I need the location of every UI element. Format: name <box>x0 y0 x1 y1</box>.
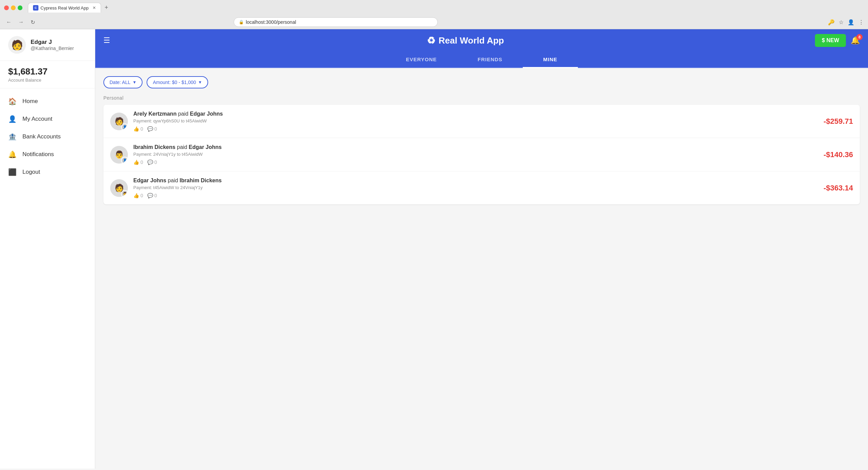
transaction-info: Edgar Johns paid Ibrahim Dickens Payment… <box>133 178 818 198</box>
amount-filter-label: Amount: $0 - $1,000 <box>153 80 196 85</box>
new-tab-button[interactable]: + <box>101 3 112 13</box>
date-filter-button[interactable]: Date: ALL ▼ <box>103 76 143 88</box>
like-button[interactable]: 👍 0 <box>133 160 143 165</box>
home-icon: 🏠 <box>8 97 16 105</box>
close-dot[interactable] <box>4 5 9 10</box>
avatar: 🧑 <box>8 36 26 54</box>
like-button[interactable]: 👍 0 <box>133 193 143 198</box>
browser-titlebar: C Cypress Real World App ✕ + <box>0 0 868 15</box>
app-container: 🧑 Edgar J @Katharina_Bernier $1,681.37 A… <box>0 29 868 469</box>
avatar-image: 🧑 <box>11 39 23 51</box>
new-transaction-button[interactable]: $ NEW <box>815 34 846 47</box>
browser-actions: 🔑 ☆ 👤 ⋮ <box>828 19 864 26</box>
chevron-down-icon: ▼ <box>198 80 202 85</box>
profile-username: @Katharina_Bernier <box>31 46 74 51</box>
transaction-avatar: 🧑 👨 <box>110 179 128 197</box>
transaction-avatar: 🧑 👤 <box>110 113 128 130</box>
sidebar-item-notifications[interactable]: 🔔 Notifications <box>0 146 95 163</box>
amount-filter-button[interactable]: Amount: $0 - $1,000 ▼ <box>147 76 208 88</box>
address-bar[interactable]: 🔒 localhost:3000/personal <box>234 17 438 27</box>
tab-title: Cypress Real World App <box>40 5 88 11</box>
header-actions: $ NEW 🔔 8 <box>815 34 860 47</box>
content-area[interactable]: Date: ALL ▼ Amount: $0 - $1,000 ▼ Person… <box>95 68 868 469</box>
table-row[interactable]: 👨 👤 Ibrahim Dickens paid Edgar Johns Pay… <box>103 138 860 171</box>
tab-close-button[interactable]: ✕ <box>93 5 96 10</box>
sidebar-item-my-account[interactable]: 👤 My Account <box>0 110 95 128</box>
transaction-info: Arely Kertzmann paid Edgar Johns Payment… <box>133 111 818 132</box>
date-filter-label: Date: ALL <box>110 80 131 85</box>
sidebar-item-label: Home <box>22 98 38 105</box>
transactions-list: 🧑 👤 Arely Kertzmann paid Edgar Johns Pay… <box>103 105 860 204</box>
sidebar-balance: $1,681.37 Account Balance <box>0 61 95 88</box>
transaction-sender: Edgar Johns <box>133 178 166 183</box>
section-label: Personal <box>103 95 860 101</box>
transaction-actions: 👍 0 💬 0 <box>133 126 818 132</box>
transaction-verb: paid <box>177 144 187 150</box>
key-icon: 🔑 <box>828 19 835 26</box>
sidebar-item-home[interactable]: 🏠 Home <box>0 93 95 110</box>
tab-friends[interactable]: FRIENDS <box>457 52 523 68</box>
transaction-actions: 👍 0 💬 0 <box>133 193 818 198</box>
sidebar-nav: 🏠 Home 👤 My Account 🏦 Bank Accounts 🔔 No… <box>0 88 95 185</box>
transaction-sender: Ibrahim Dickens <box>133 144 176 150</box>
transaction-verb: paid <box>178 111 188 117</box>
tab-favicon: C <box>33 5 38 11</box>
table-row[interactable]: 🧑 👤 Arely Kertzmann paid Edgar Johns Pay… <box>103 105 860 138</box>
tab-everyone[interactable]: EVERYONE <box>385 52 457 68</box>
reload-button[interactable]: ↻ <box>29 18 37 26</box>
comment-icon: 💬 <box>147 193 153 198</box>
table-row[interactable]: 🧑 👨 Edgar Johns paid Ibrahim Dickens Pay… <box>103 171 860 204</box>
transaction-recipient: Edgar Johns <box>189 144 222 150</box>
balance-label: Account Balance <box>8 78 87 83</box>
sidebar: 🧑 Edgar J @Katharina_Bernier $1,681.37 A… <box>0 29 95 469</box>
menu-icon[interactable]: ⋮ <box>858 19 864 26</box>
comment-button[interactable]: 💬 0 <box>147 160 157 165</box>
bank-icon: 🏦 <box>8 133 16 141</box>
app-logo: ♻ Real World App <box>116 35 815 46</box>
app-tabs: EVERYONE FRIENDS MINE <box>95 52 868 68</box>
transaction-amount: -$259.71 <box>823 117 853 126</box>
sidebar-profile: 🧑 Edgar J @Katharina_Bernier <box>0 29 95 61</box>
maximize-dot[interactable] <box>18 5 22 10</box>
minimize-dot[interactable] <box>11 5 16 10</box>
back-button[interactable]: ← <box>4 18 14 26</box>
transaction-avatar-secondary: 👨 <box>121 190 128 197</box>
bookmark-icon[interactable]: ☆ <box>839 19 844 26</box>
thumbs-up-icon: 👍 <box>133 126 139 132</box>
transaction-avatar-secondary: 👤 <box>121 157 128 164</box>
transaction-recipient: Edgar Johns <box>190 111 223 117</box>
transaction-note: Payment: qywYp6hS0U to t45AiwidW <box>133 118 818 123</box>
browser-tabs: C Cypress Real World App ✕ + <box>28 3 112 13</box>
comment-icon: 💬 <box>147 126 153 132</box>
notification-badge: 8 <box>856 34 863 40</box>
like-count: 0 <box>140 160 143 165</box>
browser-addressbar: ← → ↻ 🔒 localhost:3000/personal 🔑 ☆ 👤 ⋮ <box>0 15 868 29</box>
comment-button[interactable]: 💬 0 <box>147 193 157 198</box>
browser-tab-active[interactable]: C Cypress Real World App ✕ <box>28 3 101 13</box>
hamburger-menu-button[interactable]: ☰ <box>103 36 110 45</box>
comment-icon: 💬 <box>147 160 153 165</box>
tab-mine[interactable]: MINE <box>523 52 578 68</box>
sidebar-item-bank-accounts[interactable]: 🏦 Bank Accounts <box>0 128 95 146</box>
transaction-title: Ibrahim Dickens paid Edgar Johns <box>133 144 818 150</box>
logo-icon: ♻ <box>427 35 435 46</box>
sidebar-item-label: Logout <box>22 169 40 175</box>
forward-button[interactable]: → <box>16 18 26 26</box>
transaction-title: Arely Kertzmann paid Edgar Johns <box>133 111 818 117</box>
transaction-amount: -$363.14 <box>823 184 853 192</box>
comment-count: 0 <box>154 126 157 132</box>
transaction-actions: 👍 0 💬 0 <box>133 160 818 165</box>
profile-icon[interactable]: 👤 <box>848 19 854 26</box>
browser-dots <box>4 5 22 10</box>
transaction-note: Payment: 24VniajY1y to t45AiwidW <box>133 152 818 157</box>
notification-button[interactable]: 🔔 8 <box>851 36 860 45</box>
ssl-lock-icon: 🔒 <box>239 20 244 24</box>
app-title: Real World App <box>439 35 504 46</box>
transaction-info: Ibrahim Dickens paid Edgar Johns Payment… <box>133 144 818 165</box>
like-button[interactable]: 👍 0 <box>133 126 143 132</box>
app-header: ☰ ♻ Real World App $ NEW 🔔 8 <box>95 29 868 52</box>
comment-button[interactable]: 💬 0 <box>147 126 157 132</box>
transaction-title: Edgar Johns paid Ibrahim Dickens <box>133 178 818 184</box>
like-count: 0 <box>140 193 143 198</box>
sidebar-item-logout[interactable]: ⬛ Logout <box>0 163 95 181</box>
